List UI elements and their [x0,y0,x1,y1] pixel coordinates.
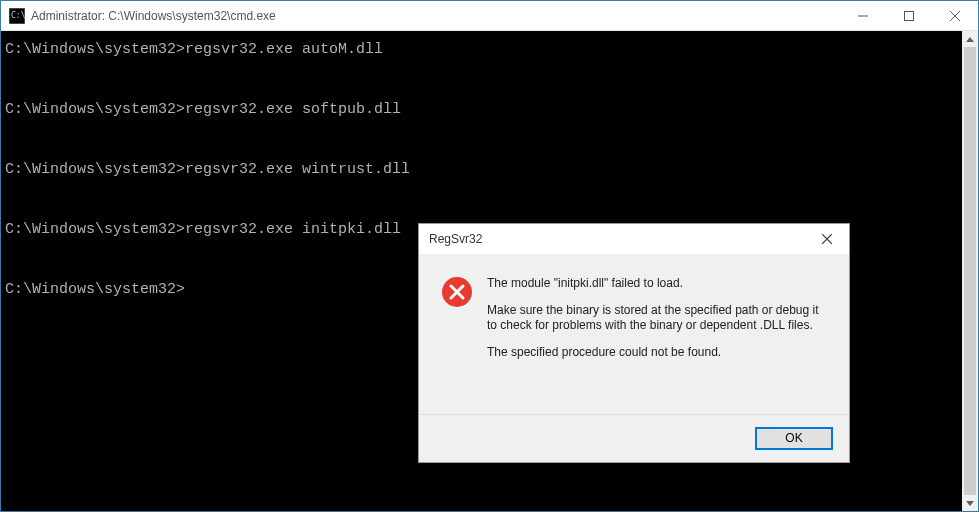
svg-text:C:\: C:\ [11,11,25,20]
dialog-footer: OK [419,414,849,462]
ok-button[interactable]: OK [755,427,833,450]
cmd-icon: C:\ [9,8,25,24]
dialog-close-button[interactable] [804,225,849,254]
minimize-button[interactable] [840,1,886,30]
close-button[interactable] [932,1,978,30]
scroll-down-button[interactable] [962,495,978,511]
window-controls [840,1,978,30]
dialog-titlebar[interactable]: RegSvr32 [419,224,849,254]
maximize-button[interactable] [886,1,932,30]
error-icon [441,276,473,404]
dialog-line1: The module "initpki.dll" failed to load. [487,276,829,291]
dialog-message: The module "initpki.dll" failed to load.… [487,276,829,404]
svg-rect-3 [905,11,914,20]
regsvr32-dialog: RegSvr32 The module "initpki.dll" failed… [418,223,850,463]
scroll-thumb[interactable] [964,47,976,495]
dialog-line3: The specified procedure could not be fou… [487,345,829,360]
window-titlebar[interactable]: C:\ Administrator: C:\Windows\system32\c… [1,1,978,31]
scroll-up-button[interactable] [962,31,978,47]
scroll-track[interactable] [962,47,978,495]
window-title: Administrator: C:\Windows\system32\cmd.e… [31,9,840,23]
dialog-body: The module "initpki.dll" failed to load.… [419,254,849,414]
dialog-line2: Make sure the binary is stored at the sp… [487,303,829,333]
dialog-title: RegSvr32 [429,232,804,246]
vertical-scrollbar[interactable] [962,31,978,511]
